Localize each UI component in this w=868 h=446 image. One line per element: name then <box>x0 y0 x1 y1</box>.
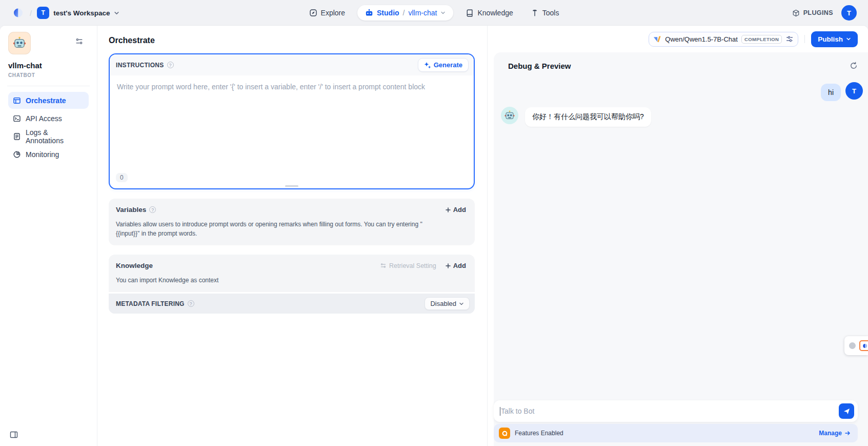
bot-message-avatar <box>501 107 518 124</box>
chevron-down-icon <box>440 10 446 15</box>
plugins-button[interactable]: PLUGINS <box>792 9 833 17</box>
sliders-icon <box>380 262 387 269</box>
workspace-name: test's Workspace <box>53 9 110 17</box>
user-avatar[interactable]: T <box>841 5 857 21</box>
add-variable-button[interactable]: Add <box>441 204 470 216</box>
send-button[interactable] <box>839 403 854 419</box>
restart-conversation-icon[interactable] <box>849 61 859 71</box>
sidebar-item-label: Orchestrate <box>26 96 66 105</box>
header-divider <box>804 35 805 43</box>
workspace-selector[interactable]: T test's Workspace <box>37 7 119 19</box>
nav-studio[interactable]: Studio / vllm-chat <box>357 5 453 21</box>
add-knowledge-label: Add <box>453 262 466 269</box>
model-selector[interactable]: Qwen/Qwen1.5-7B-Chat COMPLETION <box>649 32 798 47</box>
nav-left: / T test's Workspace <box>11 6 119 20</box>
metadata-filtering-row: METADATA FILTERING ? Disabled <box>109 292 475 314</box>
chat-input[interactable] <box>501 407 839 415</box>
app-operations-icon[interactable] <box>75 37 84 46</box>
nav-studio-separator: / <box>403 9 405 17</box>
sidebar-item-label: Monitoring <box>26 150 59 159</box>
help-icon[interactable]: ? <box>167 62 174 68</box>
generate-button[interactable]: Generate <box>418 58 469 72</box>
retrieval-setting-button[interactable]: Retrieval Setting <box>380 262 436 269</box>
metadata-filtering-select[interactable]: Disabled <box>425 297 470 310</box>
app-sidebar: vllm-chat CHATBOT Orchestrate API Access <box>0 26 97 446</box>
floating-widget[interactable] <box>844 336 868 355</box>
plugins-label: PLUGINS <box>803 9 833 16</box>
collapse-sidebar-icon[interactable] <box>9 430 18 439</box>
robot-emoji-icon <box>504 110 515 121</box>
plus-icon <box>445 263 451 269</box>
app-icon <box>8 32 31 54</box>
char-count-badge: 0 <box>116 173 128 182</box>
robot-icon <box>365 9 373 17</box>
model-params-icon[interactable] <box>785 35 794 43</box>
model-name: Qwen/Qwen1.5-7B-Chat <box>665 35 738 43</box>
nav-explore[interactable]: Explore <box>304 5 350 21</box>
nav-tools[interactable]: Tools <box>526 5 564 21</box>
instructions-label: INSTRUCTIONS <box>116 62 164 69</box>
features-icon <box>499 428 510 439</box>
user-message-avatar: T <box>845 82 863 100</box>
instructions-header: INSTRUCTIONS ? Generate <box>110 54 474 75</box>
publish-button[interactable]: Publish <box>811 31 858 47</box>
variables-description: Variables allow users to introduce promp… <box>109 218 437 245</box>
prompt-editor[interactable]: Write your prompt word here, enter '{' t… <box>110 75 474 99</box>
add-variable-label: Add <box>453 206 466 214</box>
sidebar-item-api-access[interactable]: API Access <box>8 110 89 127</box>
sidebar-item-logs-annotations[interactable]: Logs & Annotations <box>8 128 89 145</box>
text-caret <box>500 407 500 416</box>
variables-section: Variables ? Add Variables allow users to… <box>109 199 475 245</box>
add-knowledge-button[interactable]: Add <box>441 260 470 272</box>
orchestrate-panel: Orchestrate INSTRUCTIONS ? Generate Writ… <box>97 26 487 446</box>
bot-message-bubble: 你好！有什么问题我可以帮助你吗? <box>525 107 651 127</box>
chat-message-user: hi T <box>494 75 868 101</box>
chat-input-bar <box>494 400 858 422</box>
sidebar-item-monitoring[interactable]: Monitoring <box>8 146 89 163</box>
knowledge-section: Knowledge Retrieval Setting Add <box>109 255 475 314</box>
retrieval-setting-label: Retrieval Setting <box>389 262 436 269</box>
nav-knowledge-label: Knowledge <box>477 9 513 17</box>
app-name: vllm-chat <box>8 61 89 70</box>
sidebar-item-label: Logs & Annotations <box>26 128 84 145</box>
dify-logo[interactable] <box>11 6 25 20</box>
features-bar: Features Enabled Manage <box>494 424 858 442</box>
top-nav: / T test's Workspace Explore Studio / vl… <box>0 0 868 26</box>
resize-handle[interactable] <box>285 185 298 187</box>
sparkles-icon <box>424 62 431 69</box>
nav-knowledge[interactable]: Knowledge <box>460 5 518 21</box>
chevron-down-icon <box>114 10 119 16</box>
app-type-badge: CHATBOT <box>8 72 89 78</box>
explore-icon <box>309 9 317 17</box>
nav-right: PLUGINS T <box>792 5 857 21</box>
nav-tools-label: Tools <box>542 9 559 17</box>
variables-label: Variables <box>116 206 146 214</box>
user-message-bubble: hi <box>821 84 841 101</box>
vllm-logo-icon <box>653 35 661 43</box>
nav-current-app: vllm-chat <box>408 9 437 17</box>
content-area: vllm-chat CHATBOT Orchestrate API Access <box>0 26 868 446</box>
breadcrumb-separator: / <box>30 9 32 17</box>
sidebar-menu: Orchestrate API Access Logs & Annotation… <box>8 92 89 163</box>
metadata-filtering-label: METADATA FILTERING <box>116 300 185 307</box>
features-label: Features Enabled <box>515 430 563 437</box>
model-mode-badge: COMPLETION <box>741 35 782 44</box>
widget-dot-icon <box>849 342 856 349</box>
manage-features-link[interactable]: Manage <box>819 430 851 437</box>
terminal-icon <box>13 114 21 123</box>
instructions-card: INSTRUCTIONS ? Generate Write your promp… <box>109 53 475 189</box>
window-icon <box>13 96 21 105</box>
send-icon <box>843 408 851 415</box>
sidebar-item-orchestrate[interactable]: Orchestrate <box>8 92 89 109</box>
metadata-filtering-value: Disabled <box>430 300 456 307</box>
right-panel: Qwen/Qwen1.5-7B-Chat COMPLETION Publish … <box>487 26 868 446</box>
chat-message-bot: 你好！有什么问题我可以帮助你吗? <box>494 101 868 127</box>
right-header: Qwen/Qwen1.5-7B-Chat COMPLETION Publish <box>488 26 868 52</box>
sidebar-divider <box>7 86 90 86</box>
knowledge-description: You can import Knowledge as context <box>109 274 437 292</box>
knowledge-label: Knowledge <box>116 262 153 269</box>
workspace-avatar: T <box>37 7 49 19</box>
help-icon[interactable]: ? <box>149 206 156 213</box>
help-icon[interactable]: ? <box>188 300 194 307</box>
chevron-down-icon <box>459 301 464 306</box>
